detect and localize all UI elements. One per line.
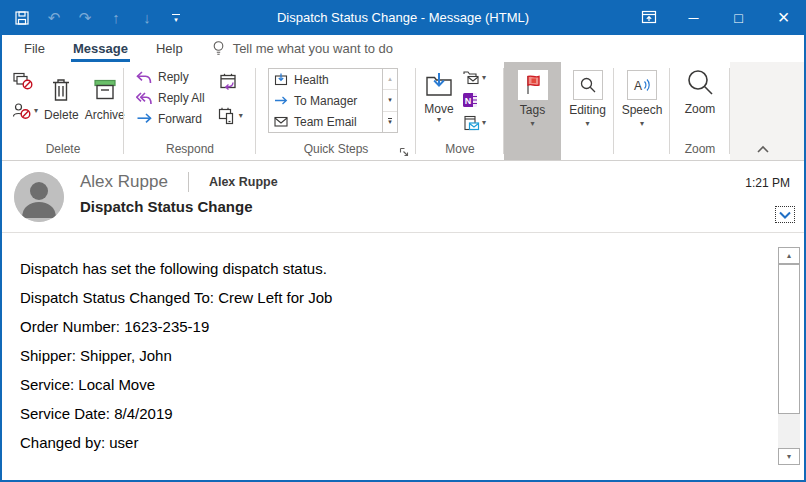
dropdown-icon: ▾ [585,120,589,128]
scroll-thumb[interactable] [778,264,800,414]
outlook-message-window: ↶ ↷ ↑ ↓ ▾ Dispatch Status Change - Messa… [0,0,806,482]
tab-help[interactable]: Help [142,35,197,62]
sender-display-name[interactable]: Alex Ruppe [209,175,278,189]
body-line: Service Date: 8/4/2019 [20,405,764,422]
svg-text:N: N [465,96,472,106]
move-up-icon[interactable]: ↑ [107,0,125,35]
meeting-button[interactable] [217,72,243,94]
ribbon-group-editing: Editing ▾ [561,62,614,160]
dropdown-icon: ▾ [482,74,486,82]
ribbon: ▾ Delete [2,62,804,161]
body-line: Dispatch has set the following dispatch … [20,260,764,277]
quickstep-item-to-manager[interactable]: To Manager [269,90,382,111]
reply-button[interactable]: Reply [136,70,205,84]
quick-steps-dialog-launcher-icon[interactable] [399,147,409,157]
group-label-respond: Respond [124,142,256,160]
divider [188,172,189,192]
forward-button[interactable]: Forward [136,112,205,126]
close-button[interactable]: × [761,0,806,35]
ribbon-group-speech: A Speech ▾ [614,62,670,160]
read-aloud-icon: A [627,70,657,100]
lightbulb-icon [211,40,226,57]
quick-steps-gallery: Health To Manager [268,68,398,133]
redo-icon[interactable]: ↷ [76,0,94,35]
expand-header-button[interactable] [775,206,795,223]
window-border [0,35,2,482]
tab-file[interactable]: File [10,35,59,62]
message-subject: Dispatch Status Change [80,198,253,215]
delete-button[interactable]: Delete [44,70,79,142]
svg-text:A: A [634,79,642,93]
dropdown-icon: ▾ [34,107,38,115]
ribbon-tab-row: File Message Help Tell me what you want … [2,35,804,62]
window-title: Dispatch Status Change - Message (HTML) [277,10,529,25]
dropdown-icon: ▾ [530,120,534,128]
dropdown-icon: ▾ [482,119,486,127]
group-label-quick-steps: Quick Steps [256,142,416,160]
sender-name[interactable]: Alex Ruppe [80,172,168,192]
body-line: Dispatch Status Changed To: Crew Left fo… [20,289,764,306]
speech-button[interactable]: A Speech ▾ [614,62,670,160]
body-line: Shipper: Shipper, John [20,347,764,364]
onenote-button[interactable]: N [462,92,486,108]
body-line: Changed by: user [20,434,764,451]
flag-icon [518,70,548,100]
quickstep-item-health[interactable]: Health [269,69,382,90]
group-label-delete: Delete [2,142,124,160]
ribbon-filler [730,62,804,160]
archive-button[interactable]: Archive [85,70,125,142]
quicksteps-more-button[interactable]: ▾ [383,112,397,132]
editing-button[interactable]: Editing ▾ [561,62,614,160]
ribbon-group-tags: Tags ▾ [504,62,561,160]
save-icon[interactable] [14,10,32,26]
dropdown-icon: ▾ [437,116,441,124]
tell-me-box[interactable]: Tell me what you want to do [211,40,393,57]
group-label-zoom: Zoom [670,142,730,160]
archive-box-icon [91,76,119,104]
scroll-track[interactable] [778,414,800,448]
tab-message[interactable]: Message [59,35,142,62]
body-line: Service: Local Move [20,376,764,393]
ribbon-display-options-button[interactable] [626,0,671,35]
sender-avatar[interactable] [14,172,64,222]
move-button[interactable]: Move ▾ [424,66,454,142]
message-body: Dispatch has set the following dispatch … [2,234,804,480]
zoom-magnifier-icon [685,68,715,98]
quickstep-item-team-email[interactable]: Team Email [269,111,382,132]
ribbon-group-respond: Reply Reply All [124,62,256,160]
dropdown-icon: ▾ [239,112,243,120]
magnifier-icon [573,70,603,100]
quicksteps-scroll-down-button[interactable]: ▾ [383,90,397,111]
minimize-button[interactable]: ─ [671,0,716,35]
body-line: Order Number: 1623-235-19 [20,318,764,335]
quick-access-toolbar: ↶ ↷ ↑ ↓ ▾ [14,0,183,35]
message-header: Alex Ruppe Alex Ruppe Dispatch Status Ch… [2,162,804,233]
reply-all-button[interactable]: Reply All [136,91,205,105]
scroll-up-button[interactable]: ▴ [778,247,800,264]
move-folder-icon [424,72,454,98]
junk-button[interactable]: ▾ [12,102,38,120]
zoom-button[interactable]: Zoom [685,62,716,142]
dropdown-icon: ▾ [640,120,644,128]
scrollbar[interactable]: ▴ ▾ [778,247,800,465]
group-label-move: Move [416,142,504,160]
tell-me-label: Tell me what you want to do [233,41,393,56]
customize-qat-icon[interactable]: ▾ [169,14,183,22]
scroll-down-button[interactable]: ▾ [778,448,800,465]
ribbon-group-zoom: Zoom Zoom [670,62,730,160]
tags-button[interactable]: Tags ▾ [504,62,561,160]
collapse-ribbon-button[interactable] [756,145,770,154]
more-respond-actions-button[interactable]: ▾ [217,106,243,126]
ribbon-group-move: Move ▾ ▾ [416,62,504,160]
title-bar: ↶ ↷ ↑ ↓ ▾ Dispatch Status Change - Messa… [0,0,806,35]
received-time: 1:21 PM [745,176,790,190]
maximize-button[interactable]: □ [716,0,761,35]
actions-button[interactable]: ▾ [462,115,486,131]
ribbon-group-quick-steps: Health To Manager [256,62,416,160]
rules-button[interactable]: ▾ [462,70,486,85]
ignore-button[interactable] [12,72,38,90]
move-down-icon[interactable]: ↓ [138,0,156,35]
undo-icon[interactable]: ↶ [45,0,63,35]
quicksteps-scroll-up-button[interactable]: ▴ [383,69,397,90]
ribbon-group-delete: ▾ Delete [2,62,124,160]
